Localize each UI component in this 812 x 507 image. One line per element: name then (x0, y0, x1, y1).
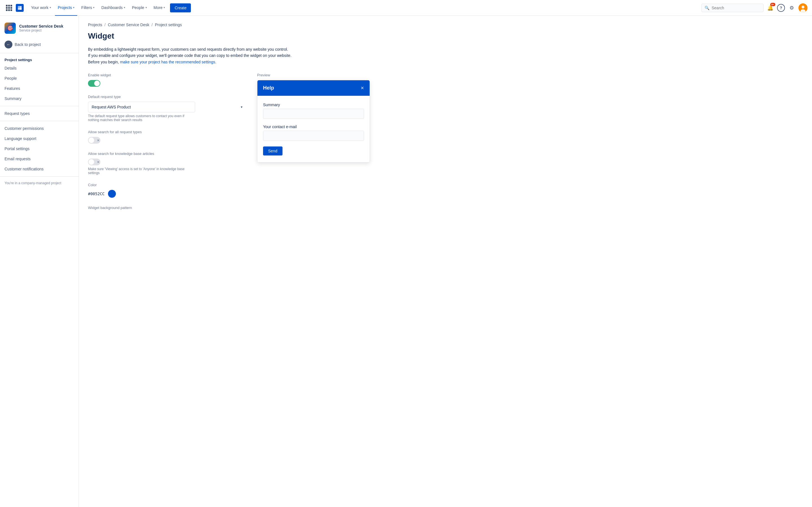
project-info: Customer Service Desk Service project (19, 24, 63, 33)
sidebar-item-portal-settings[interactable]: Portal settings (0, 144, 79, 154)
project-type: Service project (19, 29, 63, 33)
sidebar-item-language-support[interactable]: Language support (0, 133, 79, 144)
widget-body: Summary Your contact e-mail Send (257, 96, 370, 162)
create-button[interactable]: Create (170, 3, 191, 12)
widget-email-field: Your contact e-mail (263, 124, 364, 141)
color-row: #0052CC (88, 190, 246, 198)
search-input[interactable] (712, 6, 760, 10)
default-request-select[interactable]: Request AWS Product General Request Bug … (88, 102, 195, 112)
default-request-section: Default request type Request AWS Product… (88, 95, 246, 122)
chevron-down-icon: ▾ (93, 6, 94, 9)
widget-send-button[interactable]: Send (263, 147, 283, 156)
breadcrumb-current: Project settings (155, 22, 182, 27)
toggle-knob-search (89, 137, 94, 143)
widget-email-input[interactable] (263, 131, 364, 141)
enable-widget-label: Enable widget (88, 73, 246, 77)
sidebar-item-summary[interactable]: Summary (0, 94, 79, 104)
preview-column: Preview Help × Summary Your contact e-ma… (257, 73, 381, 163)
sidebar-item-features[interactable]: Features (0, 83, 79, 94)
sidebar-item-details[interactable]: Details (0, 63, 79, 73)
allow-search-section: Allow search for all request types ✕ (88, 130, 246, 144)
color-section: Color #0052CC (88, 183, 246, 198)
nav-filters[interactable]: Filters ▾ (79, 0, 97, 16)
toggle-knob-kb (89, 159, 94, 165)
default-request-hint: The default request type allows customer… (88, 114, 195, 122)
allow-kb-toggle[interactable]: ✕ (88, 159, 100, 165)
widget-preview: Help × Summary Your contact e-mail Send (257, 80, 370, 163)
widget-summary-field: Summary (263, 103, 364, 119)
svg-point-1 (802, 6, 804, 8)
color-picker[interactable] (108, 190, 116, 198)
breadcrumb-sep-2: / (152, 22, 153, 27)
color-hex-value: #0052CC (88, 191, 105, 196)
widget-bg-section: Widget background pattern (88, 206, 246, 210)
notification-badge: 9+ (770, 3, 775, 6)
sidebar-divider-3 (0, 121, 79, 121)
enable-widget-toggle[interactable]: ✓ (88, 80, 100, 87)
widget-close-icon[interactable]: × (361, 85, 364, 91)
sidebar-item-customer-notifications[interactable]: Customer notifications (0, 164, 79, 174)
two-col-layout: Enable widget ✓ Default request type (88, 73, 803, 218)
allow-search-toggle[interactable]: ✕ (88, 137, 100, 144)
allow-kb-section: Allow search for knowledge base articles… (88, 152, 246, 175)
logo[interactable] (16, 4, 24, 12)
page-title: Widget (88, 32, 803, 41)
breadcrumb-sep-1: / (105, 22, 106, 27)
avatar[interactable] (799, 3, 808, 12)
nav-more[interactable]: More ▾ (151, 0, 168, 16)
default-request-label: Default request type (88, 95, 246, 99)
settings-button[interactable]: ⚙ (787, 3, 796, 12)
nav-your-work[interactable]: Your work ▾ (28, 0, 54, 16)
sidebar-item-customer-permissions[interactable]: Customer permissions (0, 123, 79, 133)
main-content: Projects / Customer Service Desk / Proje… (79, 16, 812, 507)
layout: 🎯 Customer Service Desk Service project … (0, 16, 812, 507)
chevron-down-icon: ▾ (50, 6, 51, 9)
nav-dashboards[interactable]: Dashboards ▾ (98, 0, 128, 16)
widget-bg-label: Widget background pattern (88, 206, 246, 210)
topnav-right: 🔍 🔔 9+ ? ⚙ (702, 3, 808, 12)
allow-kb-hint: Make sure 'Viewing' access is set to 'An… (88, 167, 195, 175)
breadcrumb-projects[interactable]: Projects (88, 22, 102, 27)
sidebar-section-label: Project settings (0, 55, 79, 63)
sidebar: 🎯 Customer Service Desk Service project … (0, 16, 79, 507)
breadcrumb: Projects / Customer Service Desk / Proje… (88, 22, 803, 27)
chevron-down-icon: ▾ (163, 6, 165, 9)
nav-projects[interactable]: Projects ▾ (55, 0, 78, 16)
sidebar-divider-2 (0, 106, 79, 106)
recommended-settings-link[interactable]: make sure your project has the recommend… (120, 60, 215, 64)
toggle-x-kb-icon: ✕ (97, 161, 99, 164)
back-label: Back to project (15, 42, 41, 47)
toggle-x-icon: ✕ (97, 139, 99, 142)
project-name: Customer Service Desk (19, 24, 63, 29)
enable-widget-section: Enable widget ✓ (88, 73, 246, 87)
chevron-down-icon: ▾ (124, 6, 125, 9)
widget-header-title: Help (263, 85, 274, 91)
page-description: By embedding a lightweight request form,… (88, 46, 313, 65)
sidebar-item-request-types[interactable]: Request types (0, 108, 79, 119)
allow-search-label: Allow search for all request types (88, 130, 246, 134)
back-to-project-button[interactable]: ← Back to project (0, 38, 79, 51)
enable-widget-toggle-wrap: ✓ (88, 80, 246, 87)
toggle-check-icon: ✓ (96, 82, 98, 85)
project-header: 🎯 Customer Service Desk Service project (0, 20, 79, 38)
widget-summary-input[interactable] (263, 109, 364, 119)
preview-label: Preview (257, 73, 381, 77)
back-arrow-icon: ← (4, 41, 12, 48)
notifications-button[interactable]: 🔔 9+ (766, 3, 775, 12)
sidebar-item-people[interactable]: People (0, 73, 79, 83)
nav-people[interactable]: People ▾ (129, 0, 150, 16)
help-button[interactable]: ? (777, 4, 785, 12)
widget-email-label: Your contact e-mail (263, 124, 364, 129)
sidebar-item-email-requests[interactable]: Email requests (0, 154, 79, 164)
project-icon: 🎯 (4, 22, 16, 34)
default-request-select-wrap: Request AWS Product General Request Bug … (88, 102, 246, 112)
app-grid-button[interactable] (4, 3, 13, 12)
breadcrumb-project[interactable]: Customer Service Desk (108, 22, 149, 27)
gear-icon: ⚙ (790, 5, 794, 11)
toggle-knob: ✓ (94, 80, 100, 86)
color-label: Color (88, 183, 246, 187)
sidebar-footer: You're in a company-managed project (0, 179, 79, 187)
topnav: Your work ▾ Projects ▾ Filters ▾ Dashboa… (0, 0, 812, 16)
grid-icon (6, 5, 12, 11)
search-box[interactable]: 🔍 (702, 4, 763, 12)
